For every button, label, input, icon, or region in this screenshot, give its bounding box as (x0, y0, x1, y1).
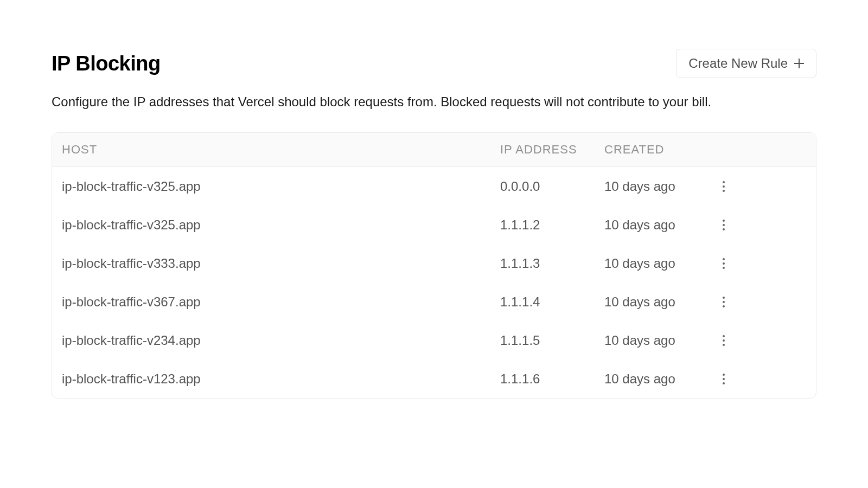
table-row: ip-block-traffic-v123.app1.1.1.610 days … (52, 359, 816, 398)
row-actions-button[interactable] (715, 255, 732, 272)
more-vertical-icon (723, 258, 725, 269)
cell-actions (707, 255, 740, 272)
column-header-ip: IP ADDRESS (500, 143, 604, 157)
row-actions-button[interactable] (715, 216, 732, 234)
cell-host: ip-block-traffic-v325.app (52, 217, 500, 233)
cell-ip: 1.1.1.3 (500, 256, 604, 271)
more-vertical-icon (723, 220, 725, 230)
table-row: ip-block-traffic-v325.app1.1.1.210 days … (52, 206, 816, 244)
cell-ip: 1.1.1.2 (500, 217, 604, 233)
cell-actions (707, 178, 740, 195)
cell-created: 10 days ago (604, 294, 707, 310)
ip-rules-table: HOST IP ADDRESS CREATED ip-block-traffic… (52, 132, 816, 399)
row-actions-button[interactable] (715, 370, 732, 388)
ip-blocking-page: IP Blocking Create New Rule Configure th… (0, 0, 868, 399)
row-actions-button[interactable] (715, 332, 732, 349)
cell-ip: 1.1.1.4 (500, 294, 604, 310)
table-body: ip-block-traffic-v325.app0.0.0.010 days … (52, 167, 816, 398)
cell-actions (707, 216, 740, 234)
plus-icon (794, 59, 804, 68)
cell-ip: 0.0.0.0 (500, 179, 604, 194)
table-row: ip-block-traffic-v325.app0.0.0.010 days … (52, 167, 816, 206)
column-header-actions (707, 143, 740, 157)
page-description: Configure the IP addresses that Vercel s… (52, 92, 816, 112)
page-header: IP Blocking Create New Rule (52, 49, 816, 78)
cell-created: 10 days ago (604, 217, 707, 233)
table-row: ip-block-traffic-v234.app1.1.1.510 days … (52, 321, 816, 359)
cell-actions (707, 370, 740, 388)
cell-ip: 1.1.1.5 (500, 333, 604, 348)
cell-actions (707, 332, 740, 349)
column-header-host: HOST (52, 143, 500, 157)
cell-ip: 1.1.1.6 (500, 371, 604, 387)
cell-host: ip-block-traffic-v367.app (52, 294, 500, 310)
column-header-created: CREATED (604, 143, 707, 157)
table-header: HOST IP ADDRESS CREATED (52, 133, 816, 167)
more-vertical-icon (723, 181, 725, 192)
more-vertical-icon (723, 374, 725, 384)
more-vertical-icon (723, 335, 725, 346)
cell-host: ip-block-traffic-v234.app (52, 333, 500, 348)
cell-actions (707, 293, 740, 311)
more-vertical-icon (723, 297, 725, 307)
cell-created: 10 days ago (604, 333, 707, 348)
page-title: IP Blocking (52, 52, 161, 75)
table-row: ip-block-traffic-v333.app1.1.1.310 days … (52, 244, 816, 282)
cell-created: 10 days ago (604, 371, 707, 387)
row-actions-button[interactable] (715, 178, 732, 195)
cell-host: ip-block-traffic-v123.app (52, 371, 500, 387)
create-new-rule-label: Create New Rule (688, 56, 788, 71)
cell-created: 10 days ago (604, 256, 707, 271)
create-new-rule-button[interactable]: Create New Rule (676, 49, 816, 78)
cell-created: 10 days ago (604, 179, 707, 194)
cell-host: ip-block-traffic-v325.app (52, 179, 500, 194)
row-actions-button[interactable] (715, 293, 732, 311)
cell-host: ip-block-traffic-v333.app (52, 256, 500, 271)
table-row: ip-block-traffic-v367.app1.1.1.410 days … (52, 282, 816, 321)
